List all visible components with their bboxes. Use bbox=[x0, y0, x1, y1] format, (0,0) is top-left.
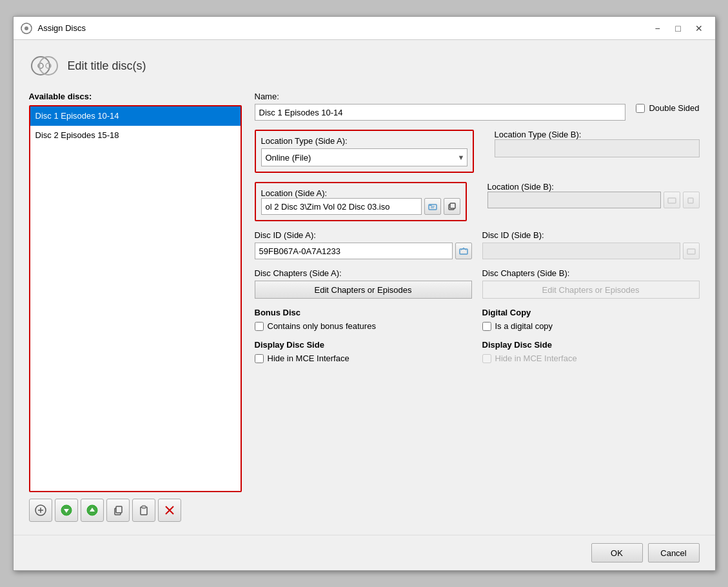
location-a-copy-button[interactable] bbox=[444, 198, 460, 215]
display-b-group: Display Disc Side Hide in MCE Interface bbox=[482, 340, 700, 363]
display-b-label: Hide in MCE Interface bbox=[495, 353, 577, 363]
location-b-browse-button[interactable] bbox=[664, 192, 680, 208]
disc-id-b-input[interactable] bbox=[482, 243, 680, 259]
assign-discs-window: Assign Discs − □ ✕ Edit title disc(s) bbox=[13, 16, 716, 571]
right-panel: Name: Double Sided Location Type (Side A… bbox=[255, 92, 700, 522]
chapters-b-group: Disc Chapters (Side B): Edit Chapters or… bbox=[482, 268, 700, 299]
paste-button[interactable] bbox=[132, 499, 155, 522]
minimize-button[interactable]: − bbox=[648, 21, 667, 36]
name-row: Name: Double Sided bbox=[255, 92, 700, 121]
disc-id-b-label: Disc ID (Side B): bbox=[482, 230, 700, 240]
bonus-label: Contains only bonus features bbox=[268, 321, 376, 331]
location-type-row: Location Type (Side A): Online (File) ▼ … bbox=[255, 130, 700, 173]
name-group: Name: bbox=[255, 92, 626, 121]
dialog-title: Edit title disc(s) bbox=[68, 59, 146, 73]
dialog-header: Edit title disc(s) bbox=[29, 53, 700, 84]
digital-label: Is a digital copy bbox=[495, 321, 553, 331]
move-down-button[interactable] bbox=[55, 499, 78, 522]
digital-checkbox[interactable] bbox=[482, 322, 491, 331]
svg-rect-26 bbox=[688, 198, 693, 203]
location-type-a-group: Location Type (Side A): Online (File) ▼ bbox=[255, 130, 474, 173]
edit-chapters-a-button[interactable]: Edit Chapters or Episodes bbox=[255, 281, 472, 299]
cancel-button[interactable]: Cancel bbox=[648, 543, 700, 562]
delete-button[interactable] bbox=[158, 499, 181, 522]
svg-rect-25 bbox=[668, 198, 676, 203]
display-a-title: Display Disc Side bbox=[255, 340, 472, 350]
svg-rect-27 bbox=[460, 249, 467, 254]
chapters-b-label: Disc Chapters (Side B): bbox=[482, 268, 700, 278]
svg-point-3 bbox=[32, 57, 50, 75]
name-input[interactable] bbox=[255, 104, 626, 121]
ok-button[interactable]: OK bbox=[591, 543, 643, 562]
disc-id-b-input-row bbox=[482, 243, 700, 259]
list-item[interactable]: Disc 1 Episodes 10-14 bbox=[30, 106, 241, 126]
edit-chapters-b-button: Edit Chapters or Episodes bbox=[482, 281, 700, 299]
display-a-checkbox[interactable] bbox=[255, 354, 264, 363]
bonus-checkbox[interactable] bbox=[255, 322, 264, 331]
digital-group: Digital Copy Is a digital copy bbox=[482, 308, 700, 331]
left-panel: Available discs: Disc 1 Episodes 10-14 D… bbox=[29, 92, 242, 522]
maximize-button[interactable]: □ bbox=[669, 21, 688, 36]
location-a-group: Location (Side A): bbox=[255, 182, 467, 221]
name-label: Name: bbox=[255, 92, 626, 101]
disc-id-b-scan-button[interactable] bbox=[683, 243, 700, 259]
bonus-check-row: Contains only bonus features bbox=[255, 321, 472, 331]
location-row: Location (Side A): bbox=[255, 182, 700, 221]
location-type-a-select[interactable]: Online (File) bbox=[261, 148, 467, 166]
display-a-group: Display Disc Side Hide in MCE Interface bbox=[255, 340, 472, 363]
location-a-input-row bbox=[261, 198, 460, 215]
disc-id-row: Disc ID (Side A): Disc bbox=[255, 230, 700, 259]
location-b-label: Location (Side B): bbox=[487, 182, 554, 192]
chapters-a-label: Disc Chapters (Side A): bbox=[255, 268, 472, 278]
location-type-b-group: Location Type (Side B): bbox=[484, 130, 700, 157]
main-area: Available discs: Disc 1 Episodes 10-14 D… bbox=[29, 92, 700, 522]
display-a-check-row: Hide in MCE Interface bbox=[255, 353, 472, 363]
location-type-b-select[interactable] bbox=[495, 139, 700, 157]
extras-row: Bonus Disc Contains only bonus features … bbox=[255, 308, 700, 331]
location-b-group: Location (Side B): bbox=[477, 182, 700, 208]
location-a-label: Location (Side A): bbox=[261, 188, 328, 198]
display-a-label: Hide in MCE Interface bbox=[268, 353, 349, 363]
location-b-copy-button[interactable] bbox=[683, 192, 700, 208]
digital-title: Digital Copy bbox=[482, 308, 700, 317]
location-type-b-label: Location Type (Side B): bbox=[495, 130, 582, 139]
disc-id-a-input-row bbox=[255, 243, 472, 259]
title-bar-controls: − □ ✕ bbox=[648, 21, 709, 36]
location-type-a-select-wrapper: Online (File) ▼ bbox=[261, 148, 467, 166]
double-sided-checkbox[interactable] bbox=[636, 104, 645, 113]
move-up-button[interactable] bbox=[81, 499, 104, 522]
chapters-a-group: Disc Chapters (Side A): Edit Chapters or… bbox=[255, 268, 472, 299]
disc-icon bbox=[29, 53, 60, 79]
svg-rect-17 bbox=[142, 506, 146, 508]
disc-toolbar bbox=[29, 495, 242, 522]
list-item[interactable]: Disc 2 Episodes 15-18 bbox=[30, 126, 241, 145]
available-discs-label: Available discs: bbox=[29, 92, 242, 101]
location-type-a-label: Location Type (Side A): bbox=[261, 136, 467, 146]
location-b-input[interactable] bbox=[487, 192, 661, 208]
digital-check-row: Is a digital copy bbox=[482, 321, 700, 331]
display-b-checkbox[interactable] bbox=[482, 354, 491, 363]
content-area: Edit title disc(s) Available discs: Disc… bbox=[14, 40, 715, 535]
window-icon bbox=[20, 22, 33, 35]
svg-point-1 bbox=[25, 26, 28, 30]
double-sided-group: Double Sided bbox=[636, 92, 699, 113]
svg-rect-15 bbox=[116, 506, 122, 513]
display-b-title: Display Disc Side bbox=[482, 340, 700, 350]
chapters-row: Disc Chapters (Side A): Edit Chapters or… bbox=[255, 268, 700, 299]
disc-listbox[interactable]: Disc 1 Episodes 10-14 Disc 2 Episodes 15… bbox=[29, 105, 242, 492]
copy-button[interactable] bbox=[106, 499, 130, 522]
close-button[interactable]: ✕ bbox=[689, 21, 709, 36]
location-a-input[interactable] bbox=[261, 198, 422, 215]
disc-id-a-scan-button[interactable] bbox=[455, 243, 472, 259]
add-disc-button[interactable] bbox=[29, 499, 52, 522]
disc-id-a-input[interactable] bbox=[255, 243, 453, 259]
location-a-browse-button[interactable] bbox=[424, 198, 441, 215]
bonus-title: Bonus Disc bbox=[255, 308, 472, 317]
display-row: Display Disc Side Hide in MCE Interface … bbox=[255, 340, 700, 363]
svg-rect-28 bbox=[687, 249, 695, 254]
title-bar: Assign Discs − □ ✕ bbox=[14, 17, 715, 40]
location-b-input-row bbox=[487, 192, 700, 208]
disc-id-a-label: Disc ID (Side A): bbox=[255, 230, 472, 240]
display-b-check-row: Hide in MCE Interface bbox=[482, 353, 700, 363]
double-sided-label: Double Sided bbox=[649, 103, 699, 113]
